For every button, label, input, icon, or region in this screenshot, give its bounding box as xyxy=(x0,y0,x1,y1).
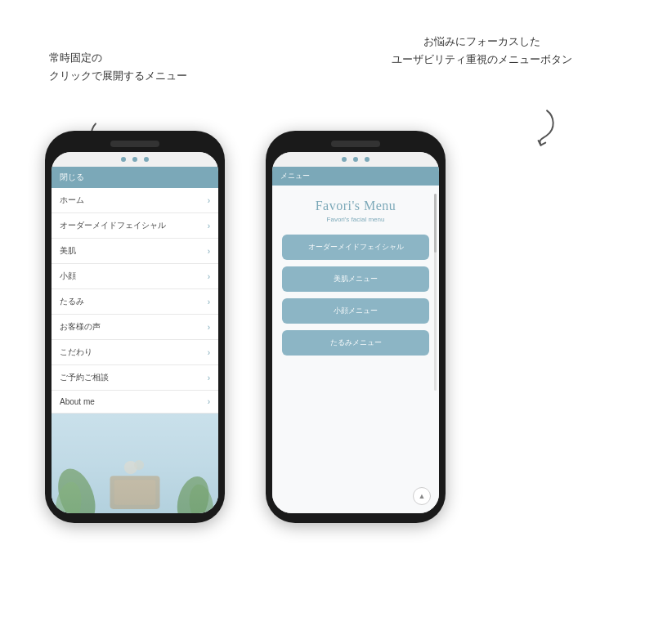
menu-page-body: Favori's Menu Favori's facial menu オーダーメ… xyxy=(272,186,439,513)
menu-item-label: 美肌 xyxy=(60,245,76,257)
phone-left-screen: 閉じる ホーム › オーダーメイドフェイシャル › 美肌 › xyxy=(52,152,218,513)
chevron-icon: › xyxy=(208,397,210,406)
chevron-icon: › xyxy=(208,196,210,205)
annotation-left-line2: クリックで展開するメニュー xyxy=(49,69,187,82)
status-bar-left xyxy=(52,152,218,167)
menu-item-label: こだわり xyxy=(60,347,92,358)
chevron-icon: › xyxy=(208,221,210,230)
phone-right-notch xyxy=(331,141,380,147)
status-dot-3 xyxy=(144,157,149,162)
menu-item-reservation[interactable]: ご予約ご相談 › xyxy=(52,365,218,391)
menu-item-tarumi[interactable]: たるみ › xyxy=(52,289,218,315)
menu-item-home[interactable]: ホーム › xyxy=(52,188,218,213)
menu-item-label: ホーム xyxy=(60,195,84,206)
menu-close-header[interactable]: 閉じる xyxy=(52,167,218,188)
status-dot-1 xyxy=(121,157,126,162)
menu-top-bar: メニュー xyxy=(272,167,439,186)
scrollbar[interactable] xyxy=(434,194,437,391)
menu-btn-order[interactable]: オーダーメイドフェイシャル xyxy=(282,235,429,260)
left-screen-content: 閉じる ホーム › オーダーメイドフェイシャル › 美肌 › xyxy=(52,167,218,513)
chevron-icon: › xyxy=(208,373,210,382)
chevron-icon: › xyxy=(208,272,210,281)
menu-background-image xyxy=(52,414,218,513)
menu-item-face[interactable]: 小顔 › xyxy=(52,264,218,289)
status-bar-right xyxy=(272,152,439,167)
menu-item-skin[interactable]: 美肌 › xyxy=(52,239,218,264)
annotation-left-line1: 常時固定の xyxy=(49,51,102,64)
chevron-icon: › xyxy=(208,297,210,306)
menu-item-about[interactable]: About me › xyxy=(52,391,218,414)
menu-close-label: 閉じる xyxy=(60,172,84,181)
svg-point-8 xyxy=(134,460,144,470)
menu-list-left: ホーム › オーダーメイドフェイシャル › 美肌 › 小顔 › xyxy=(52,188,218,414)
chevron-icon: › xyxy=(208,348,210,357)
annotation-right: お悩みにフォーカスした ユーザビリティ重視のメニューボタン xyxy=(392,33,572,69)
menu-item-label: オーダーメイドフェイシャル xyxy=(60,220,166,231)
phones-container: 閉じる ホーム › オーダーメイドフェイシャル › 美肌 › xyxy=(45,131,446,523)
phone-right: メニュー Favori's Menu Favori's facial menu … xyxy=(266,131,446,523)
svg-rect-6 xyxy=(114,480,156,505)
top-bar-label: メニュー xyxy=(280,172,310,180)
menu-page-title: Favori's Menu xyxy=(316,199,396,213)
menu-item-label: ご予約ご相談 xyxy=(60,372,109,383)
menu-btn-face[interactable]: 小顔メニュー xyxy=(282,298,429,324)
menu-item-label: 小顔 xyxy=(60,271,76,282)
status-dot-r1 xyxy=(342,157,347,162)
annotation-left: 常時固定の クリックで展開するメニュー xyxy=(49,49,187,85)
status-dot-r2 xyxy=(353,157,358,162)
menu-btn-skin[interactable]: 美肌メニュー xyxy=(282,266,429,292)
status-dot-r3 xyxy=(365,157,370,162)
menu-item-label: お客様の声 xyxy=(60,321,101,333)
menu-item-voice[interactable]: お客様の声 › xyxy=(52,315,218,340)
right-screen-content: メニュー Favori's Menu Favori's facial menu … xyxy=(272,167,439,513)
phone-left-notch xyxy=(110,141,159,147)
menu-item-kodawari[interactable]: こだわり › xyxy=(52,340,218,365)
scrollbar-thumb xyxy=(434,194,437,253)
phone-left: 閉じる ホーム › オーダーメイドフェイシャル › 美肌 › xyxy=(45,131,225,523)
menu-item-order[interactable]: オーダーメイドフェイシャル › xyxy=(52,213,218,239)
chevron-icon: › xyxy=(208,323,210,332)
annotation-right-line1: お悩みにフォーカスした xyxy=(423,35,540,47)
scroll-top-button[interactable]: ▲ xyxy=(413,487,431,505)
status-dot-2 xyxy=(132,157,137,162)
menu-item-label: たるみ xyxy=(60,296,84,307)
scroll-top-icon: ▲ xyxy=(419,492,426,500)
chevron-icon: › xyxy=(208,247,210,256)
menu-btn-tarumi[interactable]: たるみメニュー xyxy=(282,330,429,356)
arrow-right-icon xyxy=(523,104,563,155)
menu-page-subtitle: Favori's facial menu xyxy=(327,216,385,223)
annotation-right-line2: ユーザビリティ重視のメニューボタン xyxy=(392,53,572,65)
phone-right-screen: メニュー Favori's Menu Favori's facial menu … xyxy=(272,152,439,513)
menu-item-label: About me xyxy=(60,397,95,406)
